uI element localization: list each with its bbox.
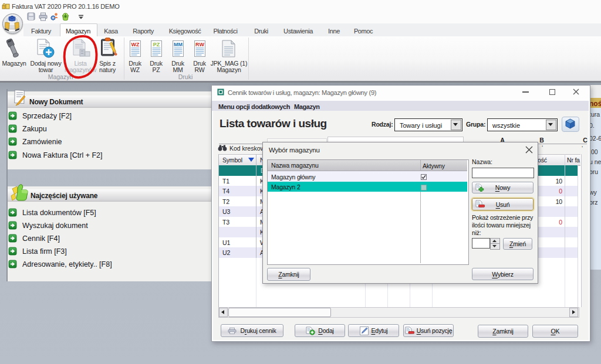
svg-text:WZ: WZ <box>131 42 140 47</box>
svg-text:RW: RW <box>195 42 204 47</box>
svg-text:MM: MM <box>174 42 183 47</box>
svg-text:PZ: PZ <box>153 42 160 47</box>
